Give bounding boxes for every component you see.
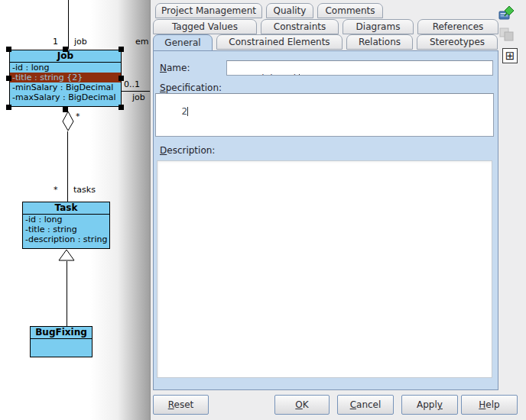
role-label[interactable]: job: [74, 37, 87, 47]
class-attribute[interactable]: -minSalary : BigDecimal: [10, 82, 121, 92]
properties-panel: Project Management Quality Comments Tagg…: [150, 0, 526, 420]
tab-label: Stereotypes: [430, 37, 485, 47]
selection-handle[interactable]: [119, 47, 124, 52]
tab-constraints[interactable]: Constraints: [261, 19, 339, 34]
selection-handle[interactable]: [6, 76, 11, 81]
selection-handle[interactable]: [6, 105, 11, 110]
selection-handle[interactable]: [63, 47, 68, 52]
class-bugfixing[interactable]: BugFixing: [30, 326, 93, 357]
plus-icon: ⊞: [505, 50, 515, 62]
role-label-clipped[interactable]: em: [135, 37, 150, 47]
tab-constrained-elements[interactable]: Constrained Elements: [216, 34, 343, 50]
text-caret: [187, 107, 188, 116]
tab-project-management[interactable]: Project Management: [155, 3, 262, 18]
selection-handle[interactable]: [119, 105, 124, 110]
tab-label: References: [433, 21, 484, 32]
role-label[interactable]: tasks: [73, 185, 96, 195]
tab-relations[interactable]: Relations: [346, 34, 413, 50]
class-attribute[interactable]: -description : string: [23, 234, 109, 244]
tab-general[interactable]: General: [153, 34, 213, 51]
tab-tagged-values[interactable]: Tagged Values: [153, 19, 257, 34]
selection-handle[interactable]: [119, 76, 124, 81]
tab-label: Diagrams: [356, 21, 401, 32]
selection-handle[interactable]: [6, 47, 11, 52]
class-attribute[interactable]: -maxSalary : BigDecimal: [10, 92, 121, 102]
general-tab-content: Name: minlength Specification: 2 Descrip…: [153, 50, 498, 390]
role-label[interactable]: job: [132, 92, 145, 102]
class-attribute[interactable]: -id : long: [10, 63, 121, 73]
description-input[interactable]: [157, 160, 492, 378]
description-label: Description:: [160, 145, 215, 156]
tab-comments[interactable]: Comments: [317, 3, 383, 18]
class-attribute[interactable]: -title : string: [23, 225, 109, 234]
class-task[interactable]: Task -id : long -title : string -descrip…: [22, 202, 110, 249]
reset-button[interactable]: Reset: [153, 395, 209, 415]
tab-quality[interactable]: Quality: [266, 3, 313, 18]
class-name[interactable]: BugFixing: [31, 327, 92, 339]
generalization-line[interactable]: [67, 261, 67, 326]
help-button[interactable]: Help: [461, 395, 518, 415]
specification-label: Specification:: [160, 82, 222, 93]
tab-label: General: [164, 37, 200, 48]
class-name[interactable]: Job: [10, 50, 121, 63]
association-line-top[interactable]: [68, 0, 69, 49]
class-name[interactable]: Task: [23, 202, 109, 215]
generalization-triangle-icon[interactable]: [58, 249, 76, 262]
diagram-canvas[interactable]: 1 job em 0..1 job Job -id : long -title …: [0, 0, 151, 420]
tab-row-3: General Constrained Elements Relations S…: [153, 34, 502, 50]
text-caret: [299, 74, 300, 76]
ok-button[interactable]: OK: [274, 395, 330, 415]
multiplicity-label[interactable]: *: [76, 111, 80, 121]
tab-label: Project Management: [161, 5, 256, 16]
tab-label: Comments: [325, 5, 375, 16]
multiplicity-label[interactable]: 0..1: [124, 79, 140, 89]
specification-input[interactable]: 2: [155, 93, 494, 137]
class-job[interactable]: Job -id : long -title : string {2} -minS…: [9, 50, 122, 107]
tab-references[interactable]: References: [417, 19, 498, 34]
cancel-button[interactable]: Cancel: [337, 395, 394, 415]
class-attribute-selected[interactable]: -title : string {2}: [10, 73, 121, 82]
tab-label: Constraints: [274, 21, 326, 32]
tab-label: Constrained Elements: [229, 37, 330, 47]
aggregation-diamond-icon[interactable]: [62, 111, 74, 132]
application-window: 1 job em 0..1 job Job -id : long -title …: [0, 0, 526, 420]
apply-button[interactable]: Apply: [401, 395, 458, 415]
multiplicity-label[interactable]: 1: [53, 37, 58, 47]
specification-value: 2: [182, 106, 188, 117]
apply-constraint-icon[interactable]: [498, 5, 515, 21]
tab-row-2: Tagged Values Constraints Diagrams Refer…: [153, 19, 502, 35]
name-value: minlength: [253, 73, 300, 76]
tab-label: Relations: [359, 37, 401, 47]
tab-stereotypes[interactable]: Stereotypes: [417, 34, 498, 50]
copy-disabled-icon: [498, 26, 515, 43]
multiplicity-label[interactable]: *: [54, 185, 58, 195]
add-item-button[interactable]: ⊞: [502, 48, 518, 63]
tab-row-1: Project Management Quality Comments: [155, 3, 387, 19]
name-label: Name:: [160, 63, 190, 73]
tab-label: Quality: [274, 5, 307, 16]
name-input[interactable]: minlength: [226, 60, 493, 76]
association-line-right[interactable]: [121, 91, 151, 92]
tab-label: Tagged Values: [172, 21, 238, 32]
aggregation-line[interactable]: [67, 131, 68, 202]
tab-diagrams[interactable]: Diagrams: [343, 19, 414, 34]
class-attribute[interactable]: -id : long: [23, 215, 109, 225]
